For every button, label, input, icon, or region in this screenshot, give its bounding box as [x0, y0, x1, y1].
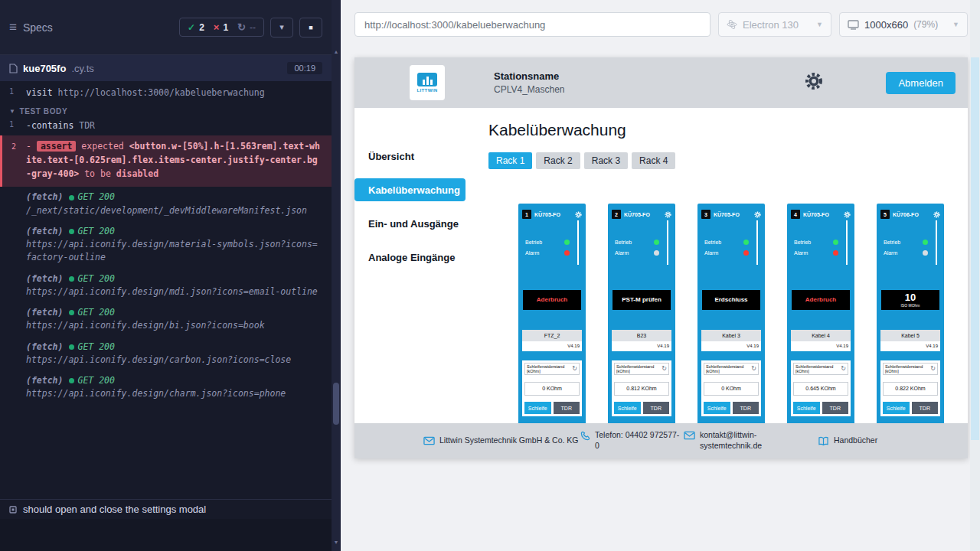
tab-rack-4[interactable]: Rack 4	[632, 152, 675, 169]
log-fetch-entry[interactable]: (fetch)GET 200 https://api.iconify.desig…	[0, 302, 332, 337]
footer-phone: Telefon: 04402 972577-0	[580, 430, 684, 451]
tab-rack-2[interactable]: Rack 2	[536, 152, 580, 169]
log-command-visit[interactable]: 1 visit http://localhost:3000/kabelueber…	[0, 85, 332, 100]
gear-icon[interactable]	[933, 207, 940, 221]
status-dot-icon	[69, 195, 74, 201]
station-info: Stationsname CPLV4_Maschen	[494, 70, 565, 95]
specs-toggle[interactable]: ≡ Specs	[9, 21, 53, 34]
sidebar-item-kabelueberwachung[interactable]: Kabelüberwachung	[354, 178, 466, 201]
refresh-icon[interactable]: ↻	[751, 366, 756, 372]
gear-icon[interactable]	[665, 207, 671, 221]
chevron-down-icon: ▼	[816, 21, 823, 28]
fetch-url: https://api.iconify.design/material-symb…	[26, 238, 322, 265]
specs-list-icon: ≡	[9, 21, 17, 34]
collapse-button[interactable]: ▾	[270, 18, 293, 37]
log-assert-failed[interactable]: 2 - assert expected <button.w-[50%].h-[1…	[0, 135, 332, 187]
sidebar-item-ein-und-ausgaenge[interactable]: Ein- und Ausgänge	[354, 212, 473, 235]
scroll-down-icon[interactable]: ▼	[332, 540, 341, 545]
tdr-button[interactable]: TDR	[733, 402, 760, 414]
alarm-led	[564, 250, 570, 256]
test-body-section[interactable]: ▼ TEST BODY	[9, 107, 332, 116]
sidebar-item-uebersicht[interactable]: Übersicht	[354, 145, 473, 168]
tab-rack-3[interactable]: Rack 3	[584, 152, 628, 169]
viewport-size-icon	[848, 20, 859, 30]
betrieb-led	[923, 240, 928, 245]
card-divider	[667, 220, 668, 265]
cypress-reporter-panel: ≡ Specs ✓2 ×1 ↻-- ▾ ■ kue705fo .cy.ts 00…	[0, 0, 332, 551]
tab-rack-1[interactable]: Rack 1	[488, 152, 532, 169]
logout-button[interactable]: Abmelden	[886, 72, 956, 94]
scroll-up-icon[interactable]: ▲	[332, 49, 341, 54]
fetch-status: GET 200	[69, 191, 114, 204]
scrollbar-thumb[interactable]	[333, 383, 339, 425]
fetch-status: GET 200	[69, 306, 114, 319]
footer-manuals[interactable]: Handbücher	[818, 435, 877, 446]
alarm-label: Alarm	[704, 250, 718, 256]
alarm-label: Alarm	[615, 250, 629, 256]
spec-header[interactable]: kue705fo .cy.ts 00:19	[0, 55, 332, 81]
url-input[interactable]: http://localhost:3000/kabelueberwachung	[354, 12, 710, 37]
gear-icon[interactable]	[844, 207, 851, 221]
log-fetch-entry[interactable]: (fetch)GET 200 /_next/static/development…	[0, 187, 332, 221]
resistance-value: 0.645 KOhm	[793, 382, 848, 396]
log-fetch-entry[interactable]: (fetch)GET 200 https://api.iconify.desig…	[0, 370, 332, 405]
firmware-version: V4.19	[880, 341, 940, 351]
app-sidebar: Übersicht Kabelüberwachung Ein- und Ausg…	[354, 108, 473, 423]
gear-icon[interactable]	[754, 207, 761, 221]
card-model: KÜ705-FO	[624, 212, 662, 217]
gear-icon[interactable]	[575, 207, 582, 221]
refresh-icon[interactable]: ↻	[572, 366, 577, 372]
alarm-led	[923, 250, 928, 256]
resistance-value: 0 KOhm	[704, 382, 759, 396]
cable-name: FTZ_2	[522, 330, 582, 341]
reporter-scrollbar[interactable]: ▲ ▼	[332, 0, 341, 551]
schleife-button[interactable]: Schleife	[614, 402, 641, 414]
refresh-icon[interactable]: ↻	[930, 366, 936, 372]
schleife-button[interactable]: Schleife	[524, 402, 551, 414]
scrollbar-thumb[interactable]	[971, 57, 979, 440]
rack-tabs: Rack 1 Rack 2 Rack 3 Rack 4	[488, 152, 968, 169]
page-scrollbar[interactable]	[970, 0, 980, 551]
settings-gear-icon[interactable]	[805, 72, 823, 93]
email-icon	[423, 436, 435, 445]
check-icon: ✓	[188, 22, 195, 33]
cable-name-panel: Kabel 3V4.19	[701, 330, 761, 351]
station-value: CPLV4_Maschen	[494, 84, 565, 95]
next-test-item[interactable]: should open and close the settings modal	[0, 499, 332, 519]
chevron-down-icon: ▼	[952, 21, 959, 28]
card-divider	[936, 220, 937, 265]
card-model: KÜ705-FO	[803, 212, 841, 217]
card-number: 1	[522, 210, 531, 219]
resistance-panel: Schleifenwiderstand [kOhm]↻ 0.812 KOhm S…	[612, 360, 671, 416]
browser-selector[interactable]: Electron 130 ▼	[718, 12, 831, 37]
app-main: Kabelüberwachung Rack 1 Rack 2 Rack 3 Ra…	[473, 108, 968, 423]
tdr-button[interactable]: TDR	[912, 402, 939, 414]
stop-button[interactable]: ■	[299, 18, 322, 37]
sidebar-item-analoge-eingaenge[interactable]: Analoge Eingänge	[354, 246, 473, 269]
littwin-logo: LITTWIN	[410, 65, 445, 100]
fetch-url: https://api.iconify.design/carbon.json?i…	[26, 354, 322, 367]
log-fetch-entry[interactable]: (fetch)GET 200 https://api.iconify.desig…	[0, 337, 332, 371]
refresh-icon[interactable]: ↻	[662, 366, 667, 372]
firmware-version: V4.19	[522, 341, 582, 351]
tdr-button[interactable]: TDR	[554, 402, 580, 414]
test-icon	[9, 506, 17, 514]
schleife-button[interactable]: Schleife	[793, 402, 820, 414]
schleife-button[interactable]: Schleife	[704, 402, 730, 414]
status-dot-icon	[69, 344, 74, 350]
cable-name-panel: Kabel 5V4.19	[880, 330, 940, 351]
refresh-icon[interactable]: ↻	[841, 366, 846, 372]
fetch-url: https://api.iconify.design/charm.json?ic…	[26, 387, 322, 400]
log-fetch-entry[interactable]: (fetch)GET 200 https://api.iconify.desig…	[0, 269, 332, 303]
log-fetch-entry[interactable]: (fetch)GET 200 https://api.iconify.desig…	[0, 221, 332, 269]
tdr-button[interactable]: TDR	[643, 402, 670, 414]
fetch-url: /_next/static/development/_devMiddleware…	[26, 204, 322, 217]
log-command-contains[interactable]: 1 -contains TDR	[0, 118, 332, 133]
alarm-led	[743, 250, 749, 256]
status-dot-icon	[69, 229, 74, 234]
schleife-button[interactable]: Schleife	[883, 402, 910, 414]
betrieb-led	[564, 240, 570, 245]
fetch-url: https://api.iconify.design/mdi.json?icon…	[26, 285, 322, 298]
viewport-selector[interactable]: 1000x660 (79%) ▼	[839, 12, 968, 37]
tdr-button[interactable]: TDR	[822, 402, 849, 414]
